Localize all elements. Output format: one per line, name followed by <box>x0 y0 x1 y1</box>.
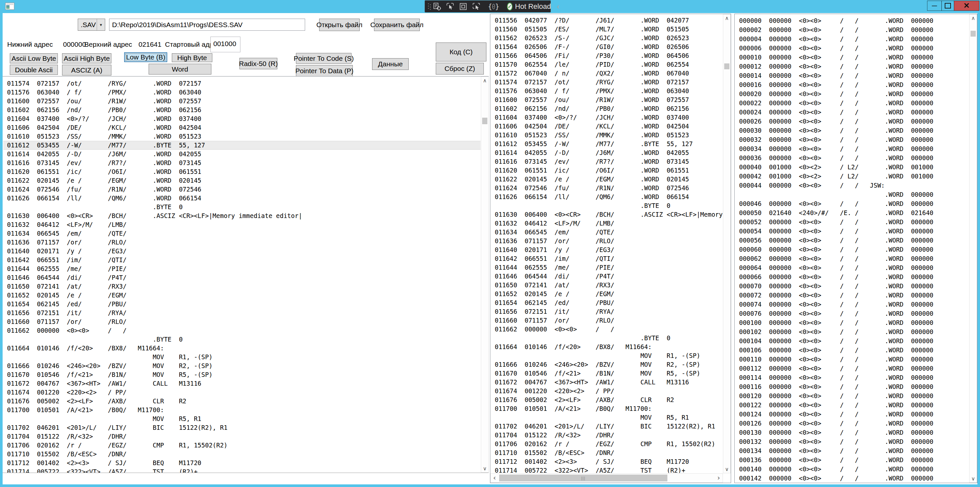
vertical-scrollbar[interactable]: ∧ ∨ <box>723 14 731 473</box>
listing-line[interactable]: 000042 001000 <0><2> / L2/ .WORD 001000 <box>735 172 969 181</box>
listing-line[interactable]: 011560 051505 /ES/ /ML7/ .WORD 051505 <box>491 25 722 34</box>
scroll-up-icon[interactable]: ∧ <box>723 14 730 22</box>
listing-line[interactable]: 000046 000000 <0><0> / / .WORD 000000 <box>735 199 969 208</box>
listing-line[interactable]: 011712 001402 <2><3> / SJ/ BEQ M11720 <box>3 458 480 467</box>
listing-line[interactable]: 011614 042055 /-D/ /J6M/ .WORD 042055 <box>3 150 480 158</box>
listing-line[interactable]: 000142 000000 <0><0> / / .WORD 000000 <box>735 474 969 483</box>
listing-line[interactable]: 011634 066545 /em/ /QTE/ <box>491 228 722 236</box>
select-element-icon[interactable] <box>446 2 454 11</box>
listing-line[interactable]: 011702 046201 <201>/L/ /LIY/ BIC 15122(R… <box>491 422 722 431</box>
listing-line[interactable]: 011704 015122 /R/<32> /DHR/ <box>491 431 722 440</box>
listing-line[interactable]: 011630 006400 <0><CR> /BCH/ .ASCIZ <CR><… <box>3 211 480 220</box>
listing-line[interactable]: 011576 063040 / f/ /PMX/ .WORD 063040 <box>491 86 722 96</box>
listing-line[interactable]: 011662 000000 <0><0> / / <box>3 326 480 335</box>
listing-line[interactable]: 000030 000000 <0><0> / / .WORD 000000 <box>735 126 969 135</box>
listing-line[interactable]: 011640 020171 /y / /EG3/ <box>491 246 722 254</box>
asciz-button[interactable]: ASCIZ (A) <box>62 65 111 75</box>
listing-line[interactable]: 011616 073145 /ev/ /R7?/ .WORD 073145 <box>3 158 480 167</box>
listing-line[interactable]: 000134 000000 <0><0> / / .WORD 000000 <box>735 446 969 455</box>
listing-line[interactable]: 000136 000000 <0><0> / / .WORD 000000 <box>735 455 969 465</box>
listing-line[interactable]: 000100 000000 <0><0> / / .WORD 000000 <box>735 318 969 327</box>
listing-line[interactable]: 000000 000000 <0><0> / / .WORD 000000 <box>735 16 969 25</box>
listing-line[interactable]: 011670 010546 /f/<21> /B1N/ MOV R5, -(SP… <box>491 369 722 378</box>
listing-line[interactable]: 000112 000000 <0><0> / / .WORD 000000 <box>735 364 969 373</box>
listing-line[interactable]: 011646 064544 /di/ /P4T/ <box>491 272 722 281</box>
listing-line[interactable]: 011636 071157 /or/ /RLO/ <box>491 236 722 246</box>
listing-line[interactable]: 000032 000000 <0><0> / / .WORD 000000 <box>735 135 969 144</box>
listing-line[interactable]: 011664 010146 /f/<20> /BX8/ M11664: <box>491 343 722 351</box>
live-visual-tree-icon[interactable] <box>433 2 441 11</box>
listing-line[interactable]: 011624 072546 /fu/ /R1N/ .WORD 072546 <box>3 185 480 194</box>
scroll-up-icon[interactable]: ∧ <box>970 14 977 22</box>
listing-line[interactable]: 000006 000000 <0><0> / / .WORD 000000 <box>735 43 969 53</box>
listing-line[interactable]: .BYTE 0 <box>3 203 480 211</box>
ascii-high-byte-button[interactable]: Ascii High Byte <box>62 53 111 64</box>
listing-line[interactable]: 000036 000000 <0><0> / / .WORD 000000 <box>735 153 969 163</box>
listing-line[interactable]: 011712 001402 <2><3> / SJ/ BEQ M11720 <box>491 457 722 466</box>
listing-line[interactable]: 011660 071157 /or/ /RLO/ <box>491 316 722 325</box>
data-button[interactable]: Данные <box>372 58 409 70</box>
scrollbar-thumb[interactable] <box>482 118 487 124</box>
listing-line[interactable]: 000054 000000 <0><0> / / .WORD 000000 <box>735 227 969 236</box>
vertical-scrollbar[interactable]: ∧ ∨ <box>969 14 977 483</box>
listing-line[interactable]: 000104 000000 <0><0> / / .WORD 000000 <box>735 336 969 345</box>
listing-line[interactable]: 011704 015122 /R/<32> /DHR/ <box>3 432 480 441</box>
listing-line[interactable]: 011612 053455 /-W/ /M77/ .BYTE 55, 127 <box>3 141 480 150</box>
scrollbar-thumb[interactable] <box>724 64 729 69</box>
listing-line[interactable]: 011650 072141 /at/ /RX3/ <box>3 282 480 291</box>
listing-line[interactable]: 011700 010501 /A/<21> /B0Q/ M11700: <box>3 406 480 414</box>
listing-line[interactable]: 011566 064506 /Fi/ /P30/ .WORD 064506 <box>491 51 722 60</box>
listing-line[interactable]: 011622 020145 /e / /EGM/ .WORD 020145 <box>3 176 480 185</box>
listing-line[interactable]: 000040 001000 <0><2> / L2/ .WORD 001000 <box>735 163 969 172</box>
listing-line[interactable]: 011652 020145 /e / /EGM/ <box>491 290 722 299</box>
listing-line[interactable]: 011706 020162 /r / /EGZ/ CMP R1, 15502(R… <box>3 441 480 450</box>
listing-line[interactable]: 011600 072557 /ou/ /R1W/ .WORD 072557 <box>491 96 722 104</box>
scroll-down-icon[interactable]: ∨ <box>970 475 977 482</box>
layout-adorners-icon[interactable] <box>459 2 468 11</box>
listing-line[interactable]: 011564 026506 /F-/ /GI0/ .WORD 026506 <box>491 43 722 51</box>
listing-line[interactable]: 011602 062156 /nd/ /PB0/ .WORD 062156 <box>3 105 480 114</box>
listing-line[interactable]: 000026 000000 <0><0> / / .WORD 000000 <box>735 117 969 126</box>
listing-line[interactable]: 011616 073145 /ev/ /R7?/ .WORD 073145 <box>491 157 722 166</box>
listing-line[interactable]: 011702 046201 <201>/L/ /LIY/ BIC 15122(R… <box>3 423 480 432</box>
scroll-up-icon[interactable]: ∧ <box>481 77 488 84</box>
listing-line[interactable]: 000072 000000 <0><0> / / .WORD 000000 <box>735 291 969 300</box>
listing-line[interactable]: 011610 051523 /SS/ /MMK/ .WORD 051523 <box>491 131 722 140</box>
word-button[interactable]: Word <box>149 64 212 75</box>
listing-line[interactable]: .BYTE 0 <box>491 334 722 343</box>
pointer-to-code-button[interactable]: Pointer To Code (S) <box>296 53 352 64</box>
radix50-button[interactable]: Radix-50 (R) <box>239 58 277 69</box>
listing-line[interactable]: 011644 062555 /me/ /PIE/ <box>3 264 480 273</box>
listing-line[interactable]: 011620 061551 /ic/ /O6I/ .WORD 061551 <box>491 166 722 175</box>
listing-line[interactable]: 011640 020171 /y / /EG3/ <box>3 247 480 255</box>
double-ascii-button[interactable]: Double Ascii <box>10 65 58 75</box>
listing-line[interactable]: 000024 000000 <0><0> / / .WORD 000000 <box>735 107 969 117</box>
listing-line[interactable]: 011624 072546 /fu/ /R1N/ .WORD 072546 <box>491 184 722 193</box>
listing-line[interactable]: 000034 000000 <0><0> / / .WORD 000000 <box>735 144 969 153</box>
listing-line[interactable]: 011676 005002 <2><LF> /AXB/ CLR R2 <box>3 397 480 406</box>
listing-line[interactable]: 000012 000000 <0><0> / / .WORD 000000 <box>735 62 969 71</box>
maximize-button[interactable] <box>942 1 954 11</box>
listing-line[interactable]: 000060 000000 <0><0> / / .WORD 000000 <box>735 245 969 254</box>
listing-line[interactable]: 000114 000000 <0><0> / / .WORD 000000 <box>735 373 969 382</box>
listing-line[interactable]: MOV R5, R1 <box>3 414 480 423</box>
listing-line[interactable]: 011656 072151 /it/ /RYA/ <box>3 308 480 317</box>
listing-line[interactable]: .WORD 000000 <box>735 190 969 199</box>
scrollbar-thumb[interactable]: ||| <box>499 474 667 481</box>
listing-line[interactable]: 011706 020162 /r / /EGZ/ CMP R1, 15502(R… <box>491 440 722 449</box>
scroll-right-icon[interactable]: › <box>715 474 722 482</box>
listing-line[interactable]: 011600 072557 /ou/ /R1W/ .WORD 072557 <box>3 97 480 105</box>
listing-line[interactable]: 000020 000000 <0><0> / / .WORD 000000 <box>735 89 969 98</box>
listing-line[interactable]: MOV R1, -(SP) <box>3 353 480 361</box>
code-button[interactable]: Код (C) <box>436 43 487 61</box>
listing-line[interactable]: 011654 062145 /ed/ /PBU/ <box>491 299 722 307</box>
minimize-button[interactable]: ─ <box>927 1 942 11</box>
listing-line[interactable]: 011714 005722 <322><VT> /A5Z/ TST (R2)+ <box>3 467 480 473</box>
listing-line[interactable]: 000050 021640 <240>/#/ /E. / .WORD 02164… <box>735 208 969 217</box>
listing-line[interactable]: 011572 067040 / n/ /QX2/ .WORD 067040 <box>491 69 722 78</box>
listing-line[interactable]: 011654 062145 /ed/ /PBU/ <box>3 300 480 308</box>
scroll-down-icon[interactable]: ∨ <box>481 465 488 472</box>
listing-line[interactable]: 000120 000000 <0><0> / / .WORD 000000 <box>735 391 969 401</box>
listing-line[interactable]: .BYTE 0 <box>491 201 722 210</box>
listing-line[interactable]: 011632 046412 <LF>/M/ /LMB/ <box>491 219 722 228</box>
